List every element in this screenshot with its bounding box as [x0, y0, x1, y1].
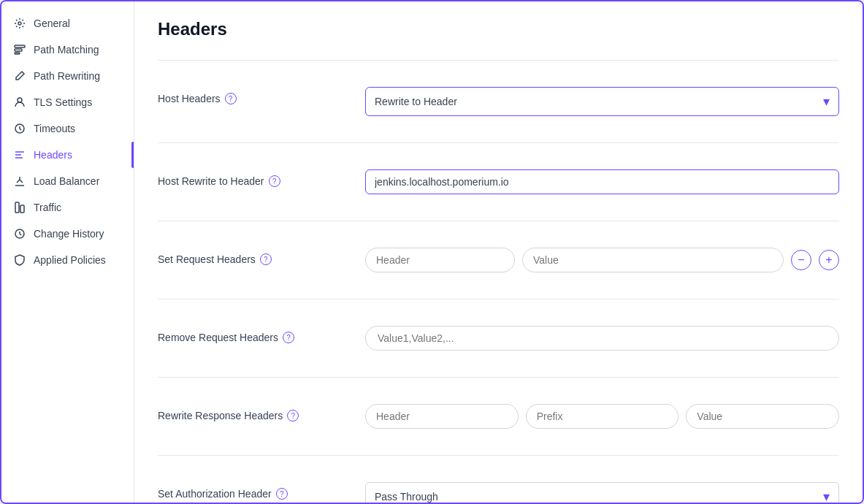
remove-request-headers-label: Remove Request Headers ?: [158, 326, 348, 343]
host-headers-dropdown-value: Rewrite to Header: [375, 96, 457, 107]
rewrite-response-headers-row: Rewrite Response Headers ?: [158, 392, 839, 440]
rewrite-response-headers-label: Rewrite Response Headers ?: [158, 404, 348, 421]
add-header-button[interactable]: +: [819, 250, 839, 270]
sidebar-label-change-history: Change History: [34, 228, 104, 240]
sidebar-label-timeouts: Timeouts: [34, 123, 75, 134]
set-request-headers-label: Set Request Headers ?: [158, 248, 348, 265]
sidebar-label-headers: Headers: [34, 149, 72, 161]
traffic-icon: [13, 201, 26, 214]
divider-6: [158, 455, 839, 456]
set-authorization-header-label: Set Authorization Header ?: [158, 482, 348, 500]
sidebar: General Path Matching Path Rewriting: [1, 1, 134, 503]
sidebar-item-general[interactable]: General: [1, 10, 134, 37]
sidebar-label-traffic: Traffic: [34, 202, 61, 213]
clock-icon: [13, 122, 26, 135]
main-content: Headers Host Headers ? Rewrite to Header…: [134, 1, 863, 503]
host-headers-label: Host Headers ?: [158, 87, 348, 104]
sidebar-item-tls-settings[interactable]: TLS Settings: [1, 89, 134, 115]
shield-icon: [13, 253, 26, 267]
sidebar-item-traffic[interactable]: Traffic: [1, 194, 134, 221]
sidebar-item-path-rewriting[interactable]: Path Rewriting: [1, 63, 134, 89]
set-request-headers-row: Set Request Headers ? − +: [158, 236, 839, 284]
remove-request-headers-row: Remove Request Headers ?: [158, 314, 839, 362]
chevron-down-icon: ▾: [823, 93, 830, 110]
host-headers-dropdown[interactable]: Rewrite to Header ▾: [365, 87, 839, 116]
set-request-value-input[interactable]: [522, 248, 784, 272]
history-icon: [13, 227, 26, 240]
remove-header-button[interactable]: −: [791, 250, 811, 270]
sidebar-label-path-rewriting: Path Rewriting: [34, 70, 100, 82]
rewrite-response-headers-control: [365, 404, 839, 429]
load-icon: [13, 175, 26, 188]
host-headers-control: Rewrite to Header ▾: [365, 87, 839, 116]
svg-rect-1: [15, 45, 25, 47]
divider-1: [158, 60, 839, 61]
app-container: General Path Matching Path Rewriting: [0, 0, 864, 504]
rewrite-response-value-input[interactable]: [686, 404, 839, 429]
set-authorization-help-icon[interactable]: ?: [276, 488, 288, 500]
auth-chevron-down-icon: ▾: [823, 489, 830, 503]
set-authorization-dropdown[interactable]: Pass Through ▾: [365, 482, 839, 503]
sidebar-item-timeouts[interactable]: Timeouts: [1, 115, 134, 142]
rewrite-response-prefix-input[interactable]: [526, 404, 679, 429]
sidebar-label-load-balancer: Load Balancer: [34, 175, 99, 187]
divider-5: [158, 377, 839, 378]
set-request-headers-control: − +: [365, 248, 839, 272]
page-title: Headers: [158, 19, 839, 39]
divider-2: [158, 142, 839, 143]
svg-rect-3: [15, 53, 20, 54]
divider-4: [158, 299, 839, 299]
sidebar-item-path-matching[interactable]: Path Matching: [1, 37, 134, 63]
path-match-icon: [13, 43, 26, 56]
host-headers-help-icon[interactable]: ?: [225, 93, 237, 104]
lines-icon: [13, 148, 26, 161]
sidebar-label-applied-policies: Applied Policies: [34, 254, 106, 266]
remove-request-headers-help-icon[interactable]: ?: [283, 332, 294, 343]
divider-3: [158, 221, 839, 221]
svg-point-4: [18, 98, 22, 102]
svg-rect-7: [20, 205, 24, 213]
svg-point-0: [18, 22, 21, 25]
set-authorization-header-row: Set Authorization Header ? Pass Through …: [158, 470, 839, 503]
sidebar-item-headers[interactable]: Headers: [1, 142, 134, 168]
sidebar-label-general: General: [34, 18, 70, 29]
user-icon: [13, 96, 26, 109]
host-rewrite-help-icon[interactable]: ?: [269, 175, 280, 187]
edit-icon: [13, 69, 26, 83]
set-request-headers-help-icon[interactable]: ?: [260, 253, 272, 265]
svg-rect-6: [15, 202, 19, 213]
set-request-header-input[interactable]: [365, 248, 515, 272]
rewrite-response-headers-help-icon[interactable]: ?: [287, 410, 299, 421]
host-rewrite-control: [365, 169, 839, 194]
svg-rect-2: [15, 49, 22, 51]
remove-request-headers-input[interactable]: [365, 326, 839, 351]
host-rewrite-label: Host Rewrite to Header ?: [158, 169, 348, 187]
set-authorization-header-control: Pass Through ▾ pass_through, access_toke…: [365, 482, 839, 503]
host-rewrite-row: Host Rewrite to Header ?: [158, 158, 839, 206]
host-headers-row: Host Headers ? Rewrite to Header ▾: [158, 75, 839, 128]
sidebar-label-path-matching: Path Matching: [34, 44, 99, 56]
set-authorization-dropdown-value: Pass Through: [375, 491, 438, 503]
remove-request-headers-control: [365, 326, 839, 351]
host-rewrite-input[interactable]: [365, 169, 839, 194]
settings-icon: [13, 17, 26, 30]
rewrite-response-header-input[interactable]: [365, 404, 519, 429]
sidebar-label-tls-settings: TLS Settings: [34, 96, 92, 108]
sidebar-item-load-balancer[interactable]: Load Balancer: [1, 168, 134, 194]
sidebar-item-applied-policies[interactable]: Applied Policies: [1, 247, 134, 273]
sidebar-item-change-history[interactable]: Change History: [1, 221, 134, 247]
